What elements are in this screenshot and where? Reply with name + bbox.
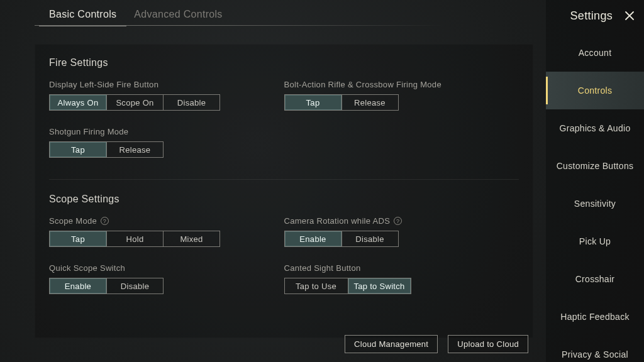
opt-shotgun-release[interactable]: Release [106, 142, 163, 157]
opt-left-fire-scope-on[interactable]: Scope On [106, 95, 163, 110]
opt-scope-mixed[interactable]: Mixed [163, 231, 219, 246]
fire-row-1: Display Left-Side Fire Button Always On … [49, 80, 519, 127]
sidebar-item-sensitivity[interactable]: Sensitivity [546, 185, 644, 222]
section-title-scope: Scope Settings [49, 194, 519, 205]
seg-shotgun: Tap Release [49, 141, 164, 158]
sidebar-item-privacy-social[interactable]: Privacy & Social [546, 336, 644, 362]
group-scope-mode: Scope Mode ? Tap Hold Mixed [49, 216, 284, 247]
close-button[interactable] [623, 9, 636, 23]
section-divider [49, 179, 519, 180]
sidebar-items: Account Controls Graphics & Audio Custom… [546, 34, 644, 362]
seg-camera-ads: Enable Disable [284, 231, 399, 247]
opt-quick-enable[interactable]: Enable [50, 278, 106, 293]
seg-quick-scope: Enable Disable [49, 278, 164, 294]
sidebar: Settings Account Controls Graphics & Aud… [546, 0, 644, 362]
seg-left-fire: Always On Scope On Disable [49, 94, 220, 111]
tab-advanced-controls[interactable]: Advanced Controls [134, 9, 222, 20]
group-quick-scope: Quick Scope Switch Enable Disable [49, 263, 284, 294]
opt-canted-switch[interactable]: Tap to Switch [348, 278, 411, 293]
section-title-fire: Fire Settings [49, 57, 519, 69]
sidebar-item-pick-up[interactable]: Pick Up [546, 222, 644, 260]
label-scope-mode-text: Scope Mode [49, 216, 97, 226]
upload-to-cloud-button[interactable]: Upload to Cloud [448, 335, 528, 353]
opt-canted-use[interactable]: Tap to Use [285, 278, 348, 293]
fire-row-2: Shotgun Firing Mode Tap Release [49, 127, 519, 174]
page-title: Settings [570, 9, 613, 23]
label-quick-scope: Quick Scope Switch [49, 263, 284, 273]
cloud-management-button[interactable]: Cloud Management [345, 335, 438, 353]
scope-row-2: Quick Scope Switch Enable Disable Canted… [49, 263, 519, 298]
label-camera-ads-text: Camera Rotation while ADS [284, 216, 391, 226]
opt-camera-enable[interactable]: Enable [285, 231, 341, 246]
opt-camera-disable[interactable]: Disable [341, 231, 398, 246]
opt-quick-disable[interactable]: Disable [106, 278, 163, 293]
opt-left-fire-always-on[interactable]: Always On [50, 95, 106, 110]
tab-underline [35, 25, 546, 26]
sidebar-header: Settings [546, 0, 644, 34]
sidebar-item-crosshair[interactable]: Crosshair [546, 260, 644, 298]
help-icon[interactable]: ? [394, 217, 402, 225]
label-left-fire: Display Left-Side Fire Button [49, 80, 284, 89]
tab-basic-controls[interactable]: Basic Controls [49, 9, 116, 20]
opt-shotgun-tap[interactable]: Tap [50, 142, 106, 157]
label-bolt: Bolt-Action Rifle & Crossbow Firing Mode [284, 80, 519, 89]
sidebar-item-account[interactable]: Account [546, 34, 644, 72]
label-shotgun: Shotgun Firing Mode [49, 127, 284, 136]
sidebar-item-haptic-feedback[interactable]: Haptic Feedback [546, 298, 644, 336]
settings-screen: Basic Controls Advanced Controls Fire Se… [0, 0, 644, 362]
label-scope-mode: Scope Mode ? [49, 216, 284, 226]
label-canted: Canted Sight Button [284, 263, 519, 273]
sidebar-item-customize-buttons[interactable]: Customize Buttons [546, 147, 644, 185]
opt-scope-hold[interactable]: Hold [106, 231, 163, 246]
opt-bolt-tap[interactable]: Tap [285, 95, 341, 110]
group-left-fire: Display Left-Side Fire Button Always On … [49, 80, 284, 111]
help-icon[interactable]: ? [101, 217, 109, 225]
controls-panel: Fire Settings Display Left-Side Fire But… [35, 44, 533, 338]
seg-scope-mode: Tap Hold Mixed [49, 231, 220, 247]
group-camera-ads: Camera Rotation while ADS ? Enable Disab… [284, 216, 519, 247]
opt-scope-tap[interactable]: Tap [50, 231, 106, 246]
tab-bar: Basic Controls Advanced Controls [0, 0, 546, 26]
main-panel: Basic Controls Advanced Controls Fire Se… [0, 0, 546, 362]
close-icon [624, 10, 635, 21]
opt-bolt-release[interactable]: Release [341, 95, 398, 110]
group-shotgun: Shotgun Firing Mode Tap Release [49, 127, 284, 158]
sidebar-item-controls[interactable]: Controls [546, 72, 644, 109]
seg-bolt: Tap Release [284, 94, 399, 111]
group-bolt: Bolt-Action Rifle & Crossbow Firing Mode… [284, 80, 519, 111]
group-canted: Canted Sight Button Tap to Use Tap to Sw… [284, 263, 519, 294]
opt-left-fire-disable[interactable]: Disable [163, 95, 219, 110]
label-camera-ads: Camera Rotation while ADS ? [284, 216, 519, 226]
sidebar-item-graphics-audio[interactable]: Graphics & Audio [546, 109, 644, 147]
seg-canted: Tap to Use Tap to Switch [284, 278, 411, 294]
footer-actions: Cloud Management Upload to Cloud [345, 335, 528, 353]
scope-row-1: Scope Mode ? Tap Hold Mixed Camera Rot [49, 216, 519, 263]
